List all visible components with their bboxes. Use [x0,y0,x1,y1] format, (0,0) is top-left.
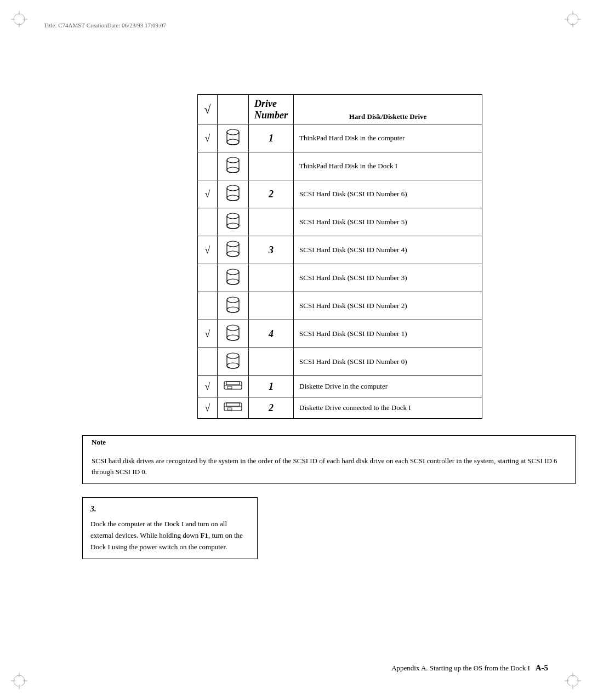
table-cell-number: 1 [249,376,294,397]
table-row: SCSI Hard Disk (SCSI ID Number 2) [198,292,482,320]
table-cell-check [198,292,218,320]
svg-point-46 [227,363,239,368]
table-cell-number [249,208,294,236]
svg-rect-54 [227,408,232,410]
note-text: SCSI hard disk drives are recognized by … [92,457,557,476]
table-cell-check [198,208,218,236]
table-row: SCSI Hard Disk (SCSI ID Number 3) [198,264,482,292]
hdd-icon [218,236,249,264]
page-footer: Appendix A. Starting up the OS from the … [391,663,548,673]
svg-point-28 [227,195,239,201]
table-cell-desc: SCSI Hard Disk (SCSI ID Number 2) [294,292,482,320]
table-row: √ 3SCSI Hard Disk (SCSI ID Number 4) [198,236,482,264]
fdd-icon [218,376,249,397]
table-row: ThinkPad Hard Disk in the Dock I [198,152,482,180]
step-box: 3. Dock the computer at the Dock I and t… [82,497,258,559]
table-cell-number: 4 [249,320,294,348]
table-cell-desc: SCSI Hard Disk (SCSI ID Number 0) [294,348,482,376]
hdd-icon [218,180,249,208]
table-row: √ 4SCSI Hard Disk (SCSI ID Number 1) [198,320,482,348]
note-title-bar: Note [82,435,576,449]
svg-rect-33 [227,244,239,254]
table-row: √ 1Diskette Drive in the computer [198,376,482,397]
svg-point-35 [227,269,239,275]
svg-rect-39 [227,300,239,310]
hdd-icon [218,152,249,180]
table-cell-check [198,152,218,180]
table-cell-desc: Diskette Drive in the computer [294,376,482,397]
table-cell-check: √ [198,397,218,419]
table-cell-check: √ [198,124,218,152]
table-row: SCSI Hard Disk (SCSI ID Number 5) [198,208,482,236]
svg-point-38 [227,297,239,303]
table-row: √ 2Diskette Drive connected to the Dock … [198,397,482,419]
table-cell-check: √ [198,376,218,397]
table-row: √ 2SCSI Hard Disk (SCSI ID Number 6) [198,180,482,208]
svg-point-40 [227,307,239,312]
table-cell-number: 1 [249,124,294,152]
svg-point-23 [227,157,239,163]
svg-point-32 [227,241,239,247]
table-cell-desc: ThinkPad Hard Disk in the Dock I [294,152,482,180]
svg-rect-27 [227,188,239,198]
table-cell-check: √ [198,320,218,348]
table-row: √ 1ThinkPad Hard Disk in the computer [198,124,482,152]
header-check: √ [198,95,218,124]
header-hard-disk: Hard Disk/Diskette Drive [294,95,482,124]
svg-point-20 [227,129,239,135]
svg-rect-50 [227,386,232,389]
header-drive-number: DriveNumber [249,95,294,124]
page-number: A-5 [536,663,548,672]
svg-rect-45 [227,356,239,366]
svg-rect-36 [227,272,239,282]
table-cell-number [249,264,294,292]
note-title: Note [92,438,106,446]
hdd-icon [218,292,249,320]
table-row: SCSI Hard Disk (SCSI ID Number 0) [198,348,482,376]
svg-point-26 [227,185,239,191]
table-cell-number [249,292,294,320]
corner-mark-tr [565,11,581,27]
table-cell-desc: SCSI Hard Disk (SCSI ID Number 6) [294,180,482,208]
step-text: Dock the computer at the Dock I and turn… [90,519,249,553]
table-cell-desc: ThinkPad Hard Disk in the computer [294,124,482,152]
svg-rect-48 [226,382,240,385]
svg-point-37 [227,279,239,284]
table-header-row: √ DriveNumber Hard Disk/Diskette Drive [198,95,482,124]
step-number: 3. [90,503,249,515]
footer-text: Appendix A. Starting up the OS from the … [391,664,530,672]
table-cell-check: √ [198,236,218,264]
corner-mark-tl [11,11,27,27]
svg-point-29 [227,213,239,219]
table-cell-number: 2 [249,180,294,208]
table-cell-number [249,152,294,180]
svg-rect-52 [226,403,240,406]
table-cell-desc: SCSI Hard Disk (SCSI ID Number 4) [294,236,482,264]
table-cell-desc: SCSI Hard Disk (SCSI ID Number 5) [294,208,482,236]
table-cell-check [198,264,218,292]
svg-point-44 [227,353,239,358]
svg-point-34 [227,251,239,257]
main-content: √ DriveNumber Hard Disk/Diskette Drive √… [33,94,559,559]
svg-point-43 [227,335,239,340]
fdd-icon [218,397,249,419]
hdd-icon [218,348,249,376]
table-cell-number: 3 [249,236,294,264]
svg-rect-21 [227,132,239,142]
svg-point-25 [227,167,239,173]
hdd-icon [218,264,249,292]
table-cell-desc: Diskette Drive connected to the Dock I [294,397,482,419]
table-cell-number: 2 [249,397,294,419]
svg-rect-24 [227,160,239,170]
drive-table: √ DriveNumber Hard Disk/Diskette Drive √… [197,94,482,419]
svg-point-31 [227,223,239,229]
corner-mark-bl [11,673,27,689]
table-cell-desc: SCSI Hard Disk (SCSI ID Number 1) [294,320,482,348]
header-meta: Title: C74AMST CreationDate: 06/23/93 17… [44,22,559,29]
header-icon [218,95,249,124]
svg-rect-42 [227,328,239,338]
note-box: SCSI hard disk drives are recognized by … [82,449,576,484]
svg-point-22 [227,139,239,145]
hdd-icon [218,208,249,236]
corner-mark-br [565,673,581,689]
